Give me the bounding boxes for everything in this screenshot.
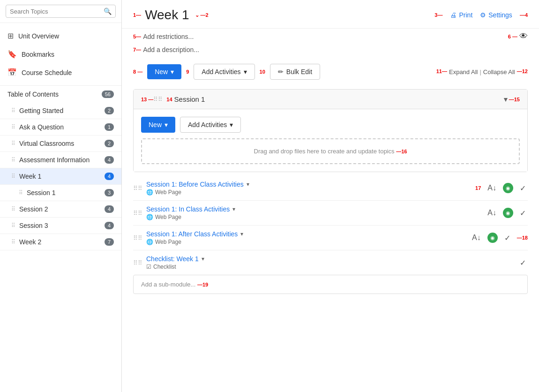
annotation-15: —15 <box>509 97 520 102</box>
sidebar-item-getting-started[interactable]: ⠿ Getting Started 2 <box>0 103 121 119</box>
settings-button[interactable]: ⚙ Settings <box>480 11 512 19</box>
topic-drag-handle[interactable]: ⠿⠿ <box>133 234 142 241</box>
sidebar-nav: ⊞ Unit Overview 🔖 Bookmarks 📅 Course Sch… <box>0 23 121 86</box>
search-input-wrap[interactable]: 🔍 <box>6 5 116 18</box>
print-button[interactable]: 🖨 Print <box>450 11 472 19</box>
week2-badge: 7 <box>105 238 114 246</box>
checkmark-button[interactable]: ✓ <box>502 233 512 243</box>
topic-type-row: 🌐 Web Page <box>146 214 486 220</box>
topic-title-row: Session 1: In Class Activities ▾ <box>146 205 486 213</box>
restrictions-bar: 5— Add restrictions... 6 — 👁 <box>122 29 539 44</box>
session-new-button[interactable]: New ▾ <box>141 117 175 133</box>
drag-icon: ⠿ <box>11 173 15 180</box>
week1-label: Week 1 <box>19 173 105 180</box>
ask-question-badge: 1 <box>105 123 114 131</box>
annotation-6: 6 — <box>508 34 517 39</box>
sort-down-button[interactable]: A↓ <box>486 183 498 193</box>
sort-down-button[interactable]: A↓ <box>486 208 498 218</box>
print-icon: 🖨 <box>450 11 457 19</box>
virtual-classrooms-label: Virtual Classrooms <box>19 140 105 147</box>
collapse-all-link[interactable]: Collapse All <box>483 68 515 75</box>
sidebar-item-week1[interactable]: ⠿ Week 1 4 <box>0 168 121 185</box>
session-toolbar: New ▾ Add Activities ▾ <box>141 117 520 133</box>
topic-actions: 17 A↓ ◉ ✓ <box>475 183 528 194</box>
topic-title-row: Session 1: Before Class Activities ▾ <box>146 181 475 188</box>
checkmark-button[interactable]: ✓ <box>518 208 528 219</box>
topic-drag-handle[interactable]: ⠿⠿ <box>133 185 142 192</box>
topic-expand-icon[interactable]: ▾ <box>232 206 235 212</box>
topic-status-indicator[interactable]: ◉ <box>503 208 513 218</box>
session-collapse-icon[interactable]: ▼ <box>502 96 509 103</box>
annotation-5: 5— <box>133 34 141 39</box>
topic-drag-handle[interactable]: ⠿⠿ <box>133 210 142 217</box>
session-add-activities-label: Add Activities <box>188 121 227 128</box>
course-schedule-icon: 📅 <box>7 68 17 77</box>
topic-type-label: Web Page <box>155 189 181 196</box>
assessment-info-label: Assessment Information <box>19 156 105 164</box>
topic-expand-icon[interactable]: ▾ <box>247 181 249 188</box>
session3-badge: 4 <box>105 222 114 229</box>
drag-icon: ⠿ <box>11 206 15 212</box>
main-toolbar: 8 — New ▾ 9 Add Activities ▾ 10 ✏ Bulk E… <box>122 58 539 85</box>
session-new-chevron: ▾ <box>165 121 168 128</box>
bookmarks-icon: 🔖 <box>7 50 17 59</box>
header-right: 3— 🖨 Print ⚙ Settings —4 <box>434 11 528 19</box>
add-sub-module-bar[interactable]: Add a sub-module... —19 <box>133 275 528 294</box>
topic-expand-icon[interactable]: ▾ <box>240 231 243 237</box>
session-drag-handle[interactable]: ⠿⠿ <box>153 96 163 103</box>
sidebar-item-week2[interactable]: ⠿ Week 2 7 <box>0 234 121 250</box>
topic-item: ⠿⠿ Checklist: Week 1 ▾ ☑ Checklist ✓ <box>133 250 528 275</box>
settings-label: Settings <box>488 11 512 19</box>
sidebar-item-course-schedule[interactable]: 📅 Course Schedule <box>0 63 121 82</box>
sidebar-item-virtual-classrooms[interactable]: ⠿ Virtual Classrooms 2 <box>0 136 121 152</box>
sidebar-item-assessment-info[interactable]: ⠿ Assessment Information 4 <box>0 152 121 168</box>
topic-drag-handle[interactable]: ⠿⠿ <box>133 259 142 266</box>
topic-status-indicator[interactable]: ◉ <box>503 183 513 193</box>
add-description-link[interactable]: Add a description... <box>143 46 199 53</box>
session1-label: Session 1 <box>27 189 105 196</box>
add-restrictions-link[interactable]: Add restrictions... <box>143 33 194 40</box>
session-add-activities-button[interactable]: Add Activities ▾ <box>180 117 241 133</box>
page-title: Week 1 <box>145 8 189 23</box>
topic-title-link[interactable]: Checklist: Week 1 <box>146 255 199 263</box>
search-input[interactable] <box>10 8 104 15</box>
topic-info: Session 1: In Class Activities ▾ 🌐 Web P… <box>146 205 486 220</box>
expand-collapse-controls: 11— Expand All | Collapse All —12 <box>436 68 528 75</box>
new-button[interactable]: New ▾ <box>147 64 181 79</box>
drop-zone: Drag and drop files here to create and u… <box>141 138 520 164</box>
sidebar-item-session3[interactable]: ⠿ Session 3 4 <box>0 218 121 234</box>
main-header: 1— Week 1 ⌄ —2 3— 🖨 Print ⚙ Settings —4 <box>122 0 539 29</box>
topic-type-icon: 🌐 <box>146 214 153 220</box>
drag-icon: ⠿ <box>11 157 15 163</box>
topic-title-link[interactable]: Session 1: In Class Activities <box>146 205 230 213</box>
sidebar-item-ask-question[interactable]: ⠿ Ask a Question 1 <box>0 119 121 136</box>
drag-icon: ⠿ <box>11 124 15 130</box>
sidebar-item-bookmarks[interactable]: 🔖 Bookmarks <box>0 45 121 63</box>
topic-title-row: Session 1: After Class Activities ▾ <box>146 230 470 238</box>
annotation-2: ⌄ —2 <box>195 12 209 18</box>
annotation-10: 10 <box>260 69 265 75</box>
sidebar-item-session2[interactable]: ⠿ Session 2 4 <box>0 201 121 218</box>
add-activities-button[interactable]: Add Activities ▾ <box>194 64 255 80</box>
virtual-classrooms-badge: 2 <box>105 140 114 147</box>
topic-status-indicator[interactable]: ◉ <box>487 233 498 243</box>
sidebar-item-session1[interactable]: ⠿ Session 1 3 <box>0 185 121 201</box>
topic-info: Session 1: After Class Activities ▾ 🌐 We… <box>146 230 470 245</box>
session1-content: New ▾ Add Activities ▾ Drag and drop fil… <box>134 109 527 172</box>
sort-down-button[interactable]: A↓ <box>470 233 483 243</box>
drop-zone-text: Drag and drop files here to create and u… <box>254 148 395 155</box>
unit-overview-label: Unit Overview <box>18 32 59 40</box>
expand-all-link[interactable]: Expand All <box>449 68 478 75</box>
topic-expand-icon[interactable]: ▾ <box>202 256 204 262</box>
bulk-edit-button[interactable]: ✏ Bulk Edit <box>270 64 320 80</box>
topic-type-icon: 🌐 <box>146 239 153 245</box>
topic-type-icon: ☑ <box>146 264 151 270</box>
topic-title-link[interactable]: Session 1: Before Class Activities <box>146 181 244 188</box>
checkmark-button[interactable]: ✓ <box>518 183 528 194</box>
checkmark-button[interactable]: ✓ <box>518 257 528 268</box>
sidebar-item-unit-overview[interactable]: ⊞ Unit Overview <box>0 27 121 45</box>
settings-icon: ⚙ <box>480 11 486 19</box>
visibility-icon[interactable]: 👁 <box>519 31 528 41</box>
annotation-11: 11— <box>436 68 447 75</box>
topic-title-link[interactable]: Session 1: After Class Activities <box>146 230 238 238</box>
